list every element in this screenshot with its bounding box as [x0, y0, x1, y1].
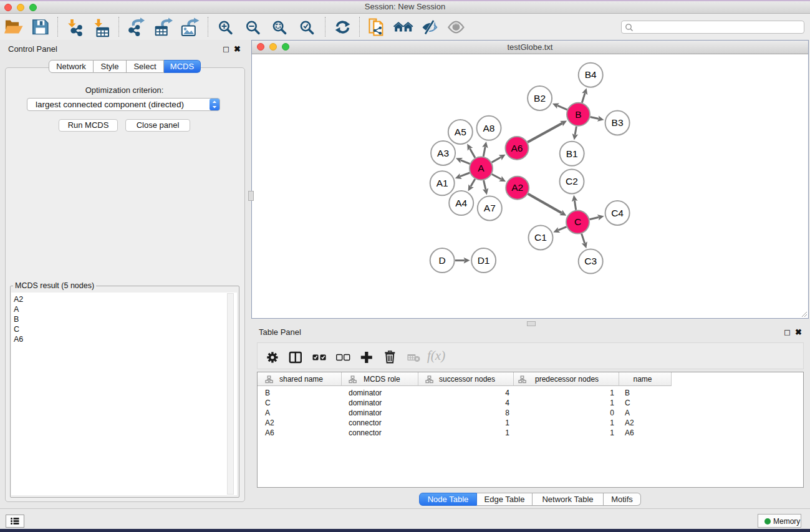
svg-text:B4: B4: [585, 69, 597, 80]
svg-text:A3: A3: [437, 148, 449, 158]
svg-text:B2: B2: [534, 93, 546, 104]
svg-text:D1: D1: [478, 255, 490, 266]
svg-text:C: C: [574, 216, 581, 227]
svg-text:C1: C1: [534, 232, 547, 243]
svg-text:B: B: [575, 109, 581, 120]
svg-text:A: A: [478, 163, 485, 173]
svg-text:C4: C4: [611, 208, 624, 218]
svg-text:A6: A6: [511, 143, 523, 153]
svg-text:D: D: [439, 255, 446, 266]
svg-text:B3: B3: [612, 117, 624, 128]
svg-text:C3: C3: [584, 256, 597, 266]
svg-text:C2: C2: [566, 176, 578, 186]
svg-text:A5: A5: [455, 127, 466, 137]
svg-text:A4: A4: [455, 198, 467, 208]
svg-text:A2: A2: [511, 182, 523, 193]
svg-text:A8: A8: [483, 123, 495, 133]
svg-text:A1: A1: [436, 178, 448, 188]
svg-text:B1: B1: [566, 148, 578, 159]
svg-text:A7: A7: [484, 203, 496, 213]
